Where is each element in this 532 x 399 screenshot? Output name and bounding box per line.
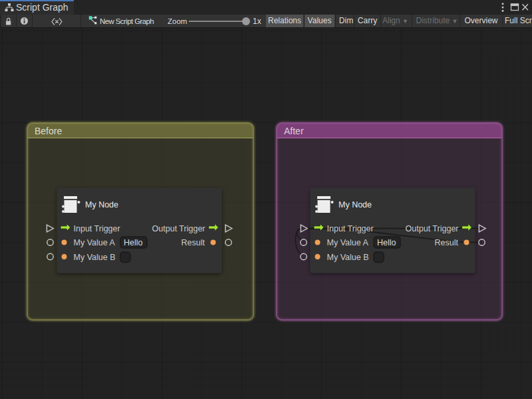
svg-text:Output Trigger: Output Trigger: [406, 224, 459, 233]
svg-text:Input Trigger: Input Trigger: [74, 224, 120, 233]
svg-text:Before: Before: [35, 126, 62, 136]
svg-text:My Node: My Node: [85, 200, 118, 209]
svg-text:Result: Result: [182, 238, 205, 247]
svg-text:After: After: [284, 126, 304, 136]
svg-text:Hello: Hello: [377, 238, 396, 247]
svg-text:My Value A: My Value A: [74, 238, 116, 247]
svg-text:My Node: My Node: [338, 200, 372, 209]
svg-text:My Value A: My Value A: [327, 238, 369, 247]
svg-text:Hello: Hello: [124, 238, 143, 247]
svg-text:Result: Result: [435, 238, 459, 247]
svg-text:Output Trigger: Output Trigger: [152, 224, 205, 233]
svg-text:My Value B: My Value B: [327, 253, 369, 262]
svg-text:My Value B: My Value B: [74, 253, 116, 262]
svg-text:Input Trigger: Input Trigger: [327, 224, 374, 233]
